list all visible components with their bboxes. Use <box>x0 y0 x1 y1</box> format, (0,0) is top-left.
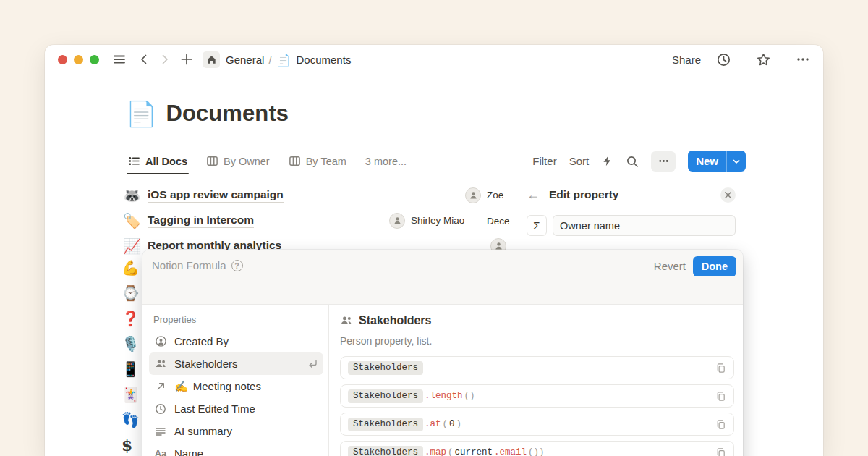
search-icon[interactable] <box>626 155 639 168</box>
property-item-name[interactable]: Aa Name <box>149 442 323 456</box>
view-toolbar: Filter Sort New <box>532 151 746 172</box>
page-title[interactable]: Documents <box>166 101 289 127</box>
formula-example[interactable]: Stakeholders <box>340 356 734 379</box>
favorite-star-icon[interactable] <box>756 52 771 67</box>
minimize-window-button[interactable] <box>74 55 83 64</box>
nav-forward-icon[interactable] <box>159 54 171 65</box>
code-method: .map <box>425 447 446 456</box>
property-label: Last Edited Time <box>174 402 255 415</box>
property-item-last-edited-time[interactable]: Last Edited Time <box>149 397 323 420</box>
person-cell[interactable]: Zoe <box>465 187 503 203</box>
close-icon[interactable] <box>720 187 736 203</box>
avatar <box>465 187 481 203</box>
row-title[interactable]: iOS app review campaign <box>148 188 284 203</box>
window-topbar: General / 📄 Documents Share <box>45 45 823 74</box>
date-text: Dece <box>487 215 510 226</box>
breadcrumb-page-icon: 📄 <box>276 53 291 67</box>
copy-icon[interactable] <box>715 391 726 402</box>
automation-bolt-icon[interactable] <box>601 155 613 167</box>
property-token: Stakeholders <box>348 389 423 403</box>
property-item-created-by[interactable]: Created By <box>149 330 323 352</box>
copy-icon[interactable] <box>715 363 726 373</box>
new-button[interactable]: New <box>688 151 746 172</box>
formula-sigma-icon[interactable]: Σ <box>527 215 547 236</box>
row-emoji-icon: 📱 <box>122 360 140 386</box>
code-paren: ( <box>443 419 448 429</box>
new-dropdown-chevron-icon[interactable] <box>726 151 746 172</box>
row-emoji-icon: ❓ <box>122 310 140 335</box>
formula-example[interactable]: Stakeholders .map ( current .email ()) <box>340 441 734 456</box>
close-window-button[interactable] <box>58 55 67 64</box>
views-bar: All Docs By Owner By Team 3 more... Filt… <box>128 148 746 174</box>
tab-label: All Docs <box>145 156 187 167</box>
formula-editor-popup: Notion Formula ? Revert Done Properties … <box>142 250 743 456</box>
people-icon <box>154 358 167 370</box>
arrow-up-right-icon <box>154 381 167 392</box>
person-name: Zoe <box>487 190 503 200</box>
row-emoji-icon: 🦝 <box>123 188 142 203</box>
property-label: AI summary <box>174 425 232 437</box>
person-cell[interactable]: Shirley Miao <box>389 213 464 229</box>
return-key-icon <box>307 358 318 370</box>
date-cell[interactable]: Dece <box>487 215 510 226</box>
property-name-row: Σ <box>516 215 746 236</box>
tab-more-views[interactable]: 3 more... <box>365 148 407 174</box>
code-paren: ( <box>448 447 454 456</box>
share-button[interactable]: Share <box>672 54 701 66</box>
help-icon[interactable]: ? <box>231 260 243 271</box>
property-token: Stakeholders <box>348 361 423 375</box>
formula-example[interactable]: Stakeholders .length () <box>340 384 734 408</box>
traffic-lights <box>58 55 99 64</box>
more-options-icon[interactable] <box>796 52 810 67</box>
formula-example[interactable]: Stakeholders .at ( 0 ) <box>340 413 734 436</box>
page-emoji-icon[interactable]: 📄 <box>126 101 156 126</box>
back-arrow-icon[interactable]: ← <box>527 187 540 203</box>
home-icon[interactable] <box>203 51 220 68</box>
table-row[interactable]: 🏷️ Tagging in Intercom Shirley Miao Dece <box>123 208 518 233</box>
code-arg: 0 <box>449 419 455 429</box>
copy-icon[interactable] <box>715 419 726 430</box>
revert-button[interactable]: Revert <box>654 260 686 272</box>
updates-clock-icon[interactable] <box>716 52 731 67</box>
sort-button[interactable]: Sort <box>569 155 590 167</box>
view-options-icon[interactable] <box>651 151 676 172</box>
breadcrumb-workspace[interactable]: General <box>226 54 264 66</box>
formula-input-area[interactable]: Notion Formula ? Revert Done <box>142 250 743 305</box>
avatar <box>389 213 405 229</box>
copy-icon[interactable] <box>715 447 726 456</box>
breadcrumb-page[interactable]: Documents <box>297 54 352 66</box>
tab-label: By Owner <box>224 156 270 167</box>
tab-all-docs[interactable]: All Docs <box>128 148 187 174</box>
property-item-ai-summary[interactable]: AI summary <box>149 420 323 442</box>
clock-icon <box>154 403 167 415</box>
table-row[interactable]: 🦝 iOS app review campaign Zoe <box>123 182 518 208</box>
zoom-window-button[interactable] <box>90 55 99 64</box>
row-emoji-icon: ⌚ <box>122 284 140 310</box>
notion-window: General / 📄 Documents Share 📄 Documents <box>45 45 823 456</box>
property-name-input[interactable] <box>553 215 736 236</box>
row-emoji-icon: $ <box>122 436 140 456</box>
formula-placeholder-text: Notion Formula <box>152 259 226 271</box>
new-tab-icon[interactable] <box>180 53 193 66</box>
sidebar-toggle-icon[interactable] <box>112 52 127 67</box>
property-item-stakeholders[interactable]: Stakeholders <box>149 352 323 375</box>
edit-property-header: ← Edit property <box>516 174 746 215</box>
tab-by-team[interactable]: By Team <box>289 148 346 174</box>
page-header: 📄 Documents <box>126 101 289 127</box>
property-emoji-icon: ✍️ <box>174 380 188 393</box>
property-item-meeting-notes[interactable]: ✍️ Meeting notes <box>149 375 323 397</box>
nav-back-icon[interactable] <box>138 54 150 65</box>
property-label: Meeting notes <box>193 380 261 392</box>
tab-label: By Team <box>306 156 346 167</box>
done-button[interactable]: Done <box>693 256 736 276</box>
new-button-label[interactable]: New <box>688 151 726 172</box>
code-method: .length <box>425 391 463 401</box>
board-view-icon <box>206 155 218 167</box>
person-circle-icon <box>154 335 167 347</box>
tab-by-owner[interactable]: By Owner <box>206 148 270 174</box>
filter-button[interactable]: Filter <box>532 155 556 167</box>
row-title[interactable]: Tagging in Intercom <box>148 214 254 228</box>
code-paren: () <box>464 391 475 401</box>
row-emoji-column: 💪 ⌚ ❓ 🎙️ 📱 🃏 👣 $ <box>122 259 140 456</box>
property-label: Stakeholders <box>174 358 238 370</box>
